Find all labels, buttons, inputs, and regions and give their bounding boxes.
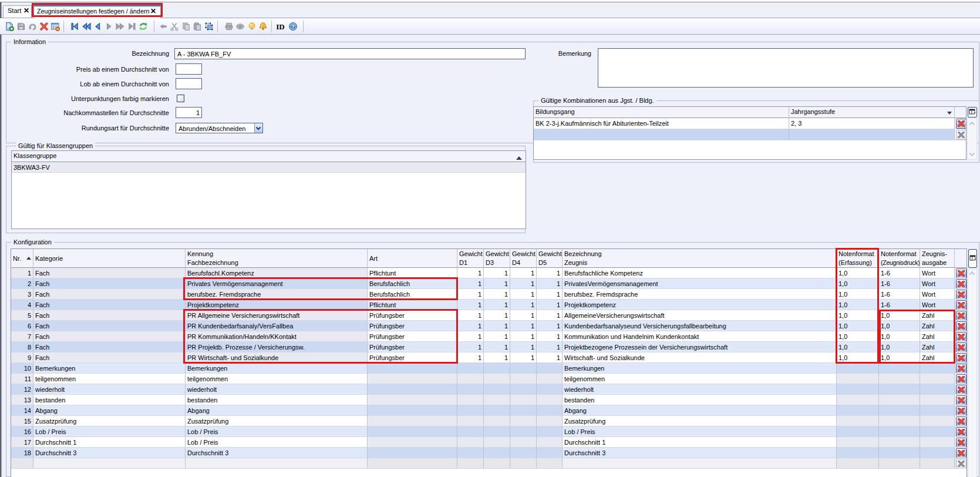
svg-text:?: ? — [291, 23, 295, 29]
